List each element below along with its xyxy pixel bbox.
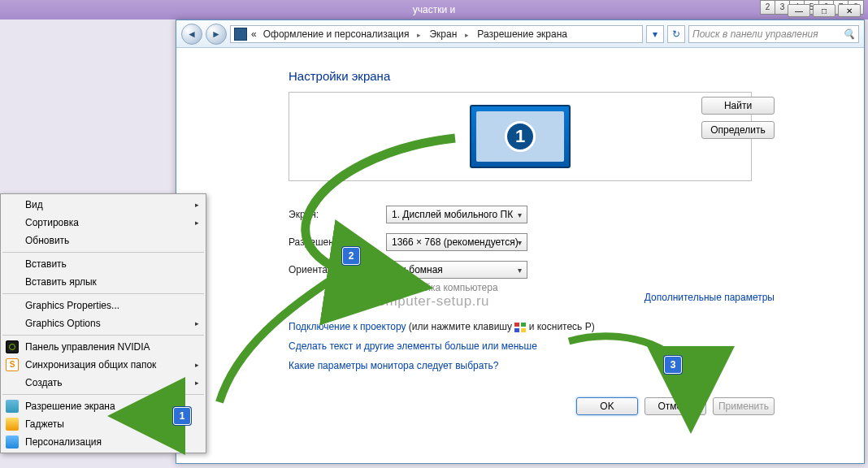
annotation-callout-1: 1 (173, 407, 191, 425)
resolution-value: 1366 × 768 (рекомендуется) (392, 236, 519, 248)
gadgets-icon (6, 418, 19, 431)
row-display: Экран: 1. Дисплей мобильного ПК (289, 206, 527, 223)
page-title: Настройки экрана (289, 69, 390, 83)
bigger-text-link[interactable]: Сделать текст и другие элементы больше и… (289, 340, 537, 352)
projector-line: Подключение к проектору (или нажмите кла… (289, 321, 595, 332)
breadcrumb[interactable]: « Оформление и персонализация Экран Разр… (230, 25, 643, 43)
find-displays-button[interactable]: Найти (701, 97, 775, 115)
control-panel-icon (234, 28, 247, 41)
breadcrumb-sep (461, 28, 473, 40)
ctx-view[interactable]: Вид (1, 196, 206, 214)
ok-button[interactable]: OK (576, 397, 638, 415)
search-placeholder: Поиск в панели управления (692, 28, 818, 40)
display-1-number: 1 (505, 121, 536, 152)
search-icon: 🔍 (843, 28, 855, 40)
window-controls: — □ ✕ (788, 4, 861, 17)
ctx-sep (2, 252, 204, 253)
row-resolution: Разрешение: 1366 × 768 (рекомендуется) (289, 233, 527, 251)
display-1-thumbnail[interactable]: 1 (470, 105, 571, 168)
resolution-label: Разрешение: (289, 236, 386, 248)
nvidia-icon (6, 340, 19, 353)
breadcrumb-item-2[interactable]: Экран (427, 28, 459, 40)
dropdown-history-button[interactable]: ▾ (646, 25, 664, 43)
ctx-paste[interactable]: Вставить (1, 255, 206, 273)
nav-forward-button[interactable]: ► (206, 24, 227, 45)
which-params-link[interactable]: Какие параметры монитора следует выбрать… (289, 360, 499, 371)
windows-key-icon (514, 323, 526, 332)
ctx-sort[interactable]: Сортировка (1, 214, 206, 232)
hint-text: Настройка компьютера (393, 282, 498, 293)
content-area: Настройки экрана 1 Найти Определить Экра… (176, 48, 864, 463)
ctx-graphics-options[interactable]: Graphics Options (1, 314, 206, 332)
watermark-text: www.computer-setup.ru (336, 293, 489, 310)
ctx-graphics-properties[interactable]: Graphics Properties... (1, 297, 206, 314)
ctx-paste-shortcut[interactable]: Вставить ярлык (1, 273, 206, 291)
orientation-label: Ориентация: (289, 264, 386, 275)
refresh-button[interactable]: ↻ (667, 25, 685, 43)
display-value: 1. Дисплей мобильного ПК (392, 209, 513, 220)
display-label: Экран: (289, 209, 386, 220)
breadcrumb-sep (413, 28, 425, 40)
annotation-callout-2: 2 (342, 247, 360, 265)
orientation-value: Альбомная (392, 264, 443, 275)
breadcrumb-prefix: « (249, 28, 259, 40)
titlebar: участки и (0, 0, 868, 20)
control-panel-window: — □ ✕ ◄ ► « Оформление и персонализация … (176, 20, 865, 464)
search-input[interactable]: Поиск в панели управления 🔍 (688, 25, 859, 43)
bigger-text-line: Сделать текст и другие элементы больше и… (289, 340, 537, 352)
annotation-callout-3: 3 (664, 356, 682, 374)
breadcrumb-item-3[interactable]: Разрешение экрана (475, 28, 570, 40)
orientation-combobox[interactable]: Альбомная (386, 261, 527, 279)
projector-link[interactable]: Подключение к проектору (289, 321, 406, 332)
ctx-sep (2, 394, 204, 395)
dialog-buttons: OK Отмена Применить (576, 397, 775, 415)
ctx-sep (2, 335, 204, 336)
breadcrumb-item-1[interactable]: Оформление и персонализация (261, 28, 412, 40)
ctx-nvidia-panel[interactable]: Панель управления NVIDIA (1, 338, 206, 356)
which-params-line: Какие параметры монитора следует выбрать… (289, 360, 499, 371)
maximize-button[interactable]: □ (813, 4, 835, 17)
ctx-refresh[interactable]: Обновить (1, 232, 206, 249)
pager-2[interactable]: 2 (761, 1, 775, 14)
display-combobox[interactable]: 1. Дисплей мобильного ПК (386, 206, 527, 223)
minimize-button[interactable]: — (788, 4, 810, 17)
projector-tail-a: (или нажмите клавишу (406, 321, 515, 332)
close-button[interactable]: ✕ (838, 4, 861, 17)
sync-icon: S (6, 358, 19, 371)
ctx-personalize[interactable]: Персонализация (1, 433, 206, 451)
titlebar-text: участки и (0, 4, 868, 15)
screenres-icon (6, 400, 19, 413)
resolution-combobox[interactable]: 1366 × 768 (рекомендуется) (386, 233, 527, 251)
ctx-sep (2, 293, 204, 294)
ctx-sync-folders[interactable]: SСинхронизация общих папок (1, 356, 206, 374)
display-arrangement-box[interactable]: 1 (289, 92, 752, 181)
projector-tail-b: и коснитесь P) (526, 321, 594, 332)
navbar: ◄ ► « Оформление и персонализация Экран … (176, 20, 864, 48)
nav-back-button[interactable]: ◄ (181, 24, 202, 45)
personalize-icon (6, 436, 19, 448)
identify-displays-button[interactable]: Определить (701, 121, 775, 139)
ctx-new[interactable]: Создать (1, 374, 206, 392)
row-orientation: Ориентация: Альбомная (289, 261, 527, 279)
advanced-settings-link[interactable]: Дополнительные параметры (644, 292, 775, 303)
cancel-button[interactable]: Отмена (644, 397, 706, 415)
apply-button[interactable]: Применить (713, 397, 775, 415)
